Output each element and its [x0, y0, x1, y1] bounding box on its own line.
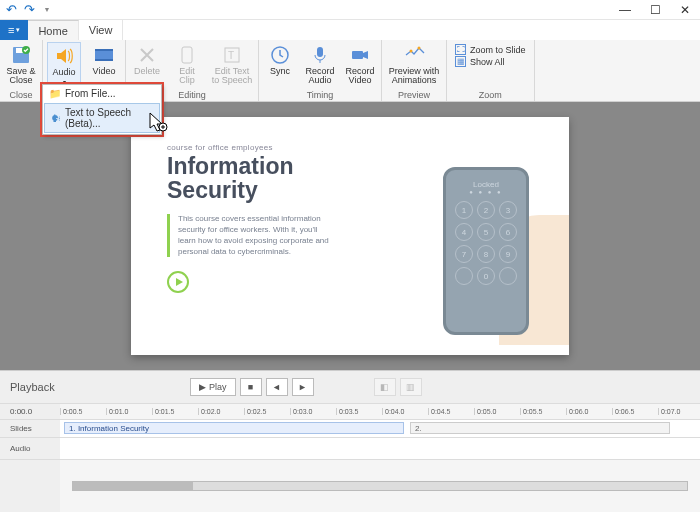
next-button[interactable]: ►	[292, 378, 314, 396]
file-tab[interactable]: ≡▾	[0, 20, 28, 40]
group-close-label: Close	[4, 89, 38, 101]
slide-block-2[interactable]: 2.	[410, 422, 670, 434]
show-all-button[interactable]: ▦Show All	[455, 56, 526, 67]
svg-text:T: T	[228, 50, 234, 61]
audio-dropdown-menu: 📁 From File... 🗣 Text to Speech (Beta)..…	[42, 84, 162, 135]
group-zoom-label: Zoom	[451, 89, 530, 101]
slide-canvas-area: course for office employees InformationS…	[0, 102, 700, 370]
maximize-button[interactable]: ☐	[640, 0, 670, 20]
redo-icon[interactable]: ↷	[22, 3, 36, 17]
qat-dropdown-icon[interactable]: ▼	[40, 3, 54, 17]
edit-tts-button: T Edit Textto Speech	[210, 42, 254, 86]
timeline-scrollbar-area[interactable]	[60, 459, 700, 512]
svg-rect-4	[95, 49, 113, 51]
stop-button[interactable]: ■	[240, 378, 262, 396]
audio-button[interactable]: Audio▾	[47, 42, 81, 88]
prev-button[interactable]: ◄	[266, 378, 288, 396]
delete-button: Delete	[130, 42, 164, 76]
save-close-button[interactable]: Save &Close	[4, 42, 38, 86]
slides-track[interactable]: 1. Information Security 2.	[60, 419, 700, 437]
ext-button-1: ◧	[374, 378, 396, 396]
slide-illustration: Locked ● ● ● ● 123 456 789 0	[389, 117, 569, 355]
slide-title: InformationSecurity	[167, 154, 379, 202]
delete-icon	[136, 44, 158, 66]
play-button[interactable]: ▶ Play	[190, 378, 236, 396]
save-icon	[10, 44, 32, 66]
time-label: 0:00.0	[0, 403, 60, 419]
phone-locked-label: Locked	[473, 180, 499, 189]
minimize-button[interactable]: —	[610, 0, 640, 20]
undo-icon[interactable]: ↶	[4, 3, 18, 17]
close-window-button[interactable]: ✕	[670, 0, 700, 20]
record-audio-button[interactable]: RecordAudio	[303, 42, 337, 86]
tts-icon: 🗣	[51, 113, 61, 124]
file-menu-icon: ≡	[8, 24, 14, 36]
zoom-slide-icon: ⛶	[455, 44, 466, 55]
svg-rect-11	[352, 51, 363, 59]
edit-tts-icon: T	[221, 44, 243, 66]
record-video-icon	[349, 44, 371, 66]
group-timing-label: Timing	[263, 89, 377, 101]
audio-icon	[53, 45, 75, 67]
show-all-icon: ▦	[455, 56, 466, 67]
video-icon	[93, 44, 115, 66]
ext-button-2: ▥	[400, 378, 422, 396]
edit-clip-icon	[176, 44, 198, 66]
record-audio-icon	[309, 44, 331, 66]
cursor-icon	[148, 112, 170, 138]
audio-track[interactable]	[60, 437, 700, 459]
svg-rect-5	[95, 59, 113, 61]
slide-kicker: course for office employees	[167, 143, 379, 152]
slide[interactable]: course for office employees InformationS…	[131, 117, 569, 355]
edit-clip-button: EditClip	[170, 42, 204, 86]
title-bar: ↶ ↷ ▼ — ☐ ✕	[0, 0, 700, 20]
playback-panel: Playback ▶ Play ■ ◄ ► ◧ ▥ 0:00.0 0:00.50…	[0, 370, 700, 512]
audio-dropdown-highlight: 📁 From File... 🗣 Text to Speech (Beta)..…	[40, 82, 164, 137]
sync-icon	[269, 44, 291, 66]
tab-view[interactable]: View	[79, 20, 124, 40]
slides-row-label: Slides	[0, 419, 60, 437]
tab-home[interactable]: Home	[28, 20, 78, 40]
audio-row-label: Audio	[0, 437, 60, 459]
video-button[interactable]: Video	[87, 42, 121, 76]
svg-rect-10	[317, 47, 323, 57]
svg-rect-6	[182, 47, 192, 63]
timeline: 0:00.0 0:00.50:01.00:01.50:02.00:02.50:0…	[0, 403, 700, 512]
slide-body-text: This course covers essential information…	[167, 214, 337, 257]
timeline-ruler[interactable]: 0:00.50:01.00:01.50:02.00:02.50:03.00:03…	[60, 403, 700, 419]
zoom-to-slide-button[interactable]: ⛶Zoom to Slide	[455, 44, 526, 55]
folder-icon: 📁	[49, 88, 61, 99]
group-preview-label: Preview	[386, 89, 442, 101]
sync-button[interactable]: Sync	[263, 42, 297, 76]
scrollbar-thumb[interactable]	[73, 482, 193, 490]
preview-animations-button[interactable]: Preview withAnimations	[386, 42, 442, 86]
svg-point-13	[418, 47, 421, 50]
menu-from-file[interactable]: 📁 From File...	[43, 85, 161, 102]
preview-icon	[403, 44, 425, 66]
menu-text-to-speech[interactable]: 🗣 Text to Speech (Beta)...	[44, 103, 160, 133]
slide-play-icon	[167, 271, 189, 293]
record-video-button[interactable]: RecordVideo	[343, 42, 377, 86]
tab-bar: ≡▾ Home View	[0, 20, 700, 40]
playback-title: Playback	[10, 381, 180, 393]
slide-block-1[interactable]: 1. Information Security	[64, 422, 404, 434]
svg-point-12	[410, 50, 413, 53]
